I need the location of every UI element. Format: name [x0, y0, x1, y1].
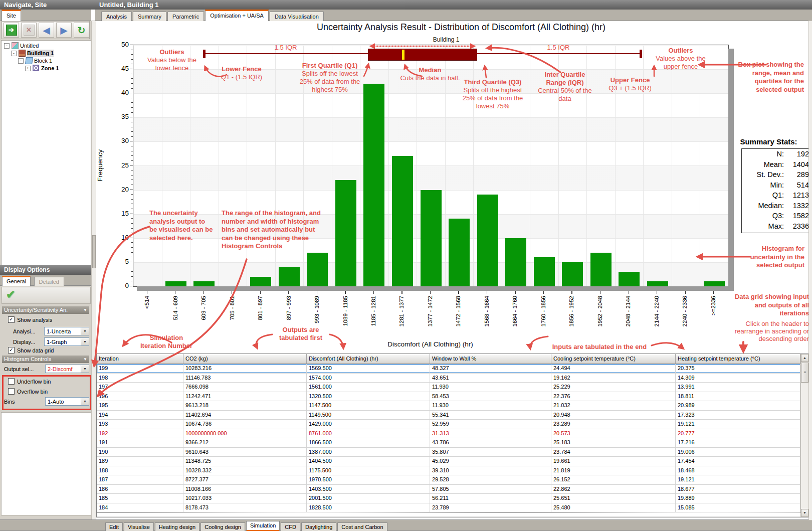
x-axis-ticks [133, 291, 728, 294]
tab-summary[interactable]: Summary [133, 12, 166, 21]
tree-item-zone-1[interactable]: Zone 1 [41, 65, 59, 72]
refresh-icon: ↻ [78, 25, 86, 36]
grid-scrollbar[interactable]: ▲≡▼ [800, 354, 808, 517]
grid-row-188[interactable]: 18810328.3321175.50039.31021.81918.468 [97, 466, 808, 476]
show-data-grid-checkbox[interactable]: ✓ [8, 347, 15, 353]
histogram-controls-highlight [2, 375, 91, 410]
grid-cell: 190 [97, 448, 183, 457]
x-tick-text: 1472 - 1568 [456, 296, 462, 326]
grid-header-5[interactable]: Heating setpoint temperature (°C) [676, 354, 800, 364]
tab-analysis[interactable]: Analysis [101, 12, 132, 21]
scroll-up-button[interactable]: ▲ [801, 354, 808, 362]
grid-row-187[interactable]: 1878727.3771970.50029.52826.15219.121 [97, 475, 808, 485]
grid-row-193[interactable]: 19310674.7361429.00052.95923.28919.121 [97, 420, 808, 429]
bottom-tab-daylighting[interactable]: Daylighting [301, 522, 336, 531]
bottom-tab-simulation[interactable]: Simulation [246, 521, 280, 531]
back-button[interactable]: ◀ [39, 23, 54, 38]
tree-expander[interactable]: - [11, 51, 17, 56]
section-uncertainty-sensitivity[interactable]: Uncertanity/Sensitivity An.▼ [2, 306, 89, 314]
summary-stat-label: Mean: [742, 159, 784, 170]
section-histogram-controls[interactable]: Histogram Controls▼ [2, 356, 89, 363]
forward-button[interactable]: ▶ [56, 23, 72, 38]
summary-stat-row: Q1:1213 [742, 190, 811, 201]
main-scrollbar[interactable] [808, 21, 812, 520]
apply-check-icon[interactable]: ✔ [6, 288, 15, 301]
grid-row-185[interactable]: 18510217.0332001.50056.21125.65119.889 [97, 494, 808, 503]
panel-scrollbar-thumb[interactable] [92, 235, 96, 268]
grid-row-191[interactable]: 1919366.2121866.50043.78625.18317.216 [97, 438, 808, 448]
scroll-down-button[interactable]: ▼ [801, 509, 808, 517]
bottom-tab-cooling-design[interactable]: Cooling design [200, 522, 245, 531]
note-outputs-first: Outputs are tabulated first [279, 326, 322, 342]
grid-cell: 26.152 [551, 475, 676, 484]
grid-header-3[interactable]: Window to Wall % [430, 354, 551, 364]
panel-scrollbar[interactable] [91, 21, 96, 520]
grid-cell: 193 [97, 420, 183, 429]
dropdown-arrow-icon[interactable]: ▼ [81, 327, 89, 335]
histogram-bar [421, 190, 442, 286]
annotation-iqr-right: 1.5 IQR [547, 44, 570, 52]
tab-site[interactable]: Site [2, 10, 21, 21]
grid-row-189[interactable]: 18911348.7251404.50045.02919.66117.454 [97, 457, 808, 466]
grid-cell: 11.930 [430, 383, 551, 392]
navigate-tabstrip: Site [0, 10, 91, 21]
tree-item-untitled[interactable]: Untitled [20, 42, 39, 49]
tree-expander[interactable]: - [4, 43, 10, 49]
grid-cell: 23.289 [551, 420, 676, 429]
histogram-bar [590, 253, 612, 286]
summary-stat-value: 289 [784, 169, 811, 180]
tree-item-building-1[interactable]: Building 1 [27, 50, 54, 57]
histogram-bar [619, 272, 640, 286]
tab-detailed[interactable]: Detailed [34, 277, 64, 286]
output-select-dropdown[interactable]: 2-Discomf▼ [45, 365, 89, 373]
grid-row-190[interactable]: 1909610.6431387.00035.80723.78419.006 [97, 448, 808, 457]
summary-stat-label: St. Dev.: [742, 169, 784, 180]
x-tick-text: 2048 - 2144 [626, 296, 632, 326]
grid-row-199[interactable]: 19910283.2161569.50048.32724.49420.375 [97, 364, 808, 374]
bottom-tab-edit[interactable]: Edit [105, 522, 123, 531]
grid-row-192[interactable]: 1921000000000.0008761.00031.31320.57320.… [97, 429, 808, 439]
grid-row-196[interactable]: 19611242.4711320.50058.45322.37618.811 [97, 392, 808, 402]
analysis-type-dropdown[interactable]: 1-Uncerta▼ [44, 327, 89, 335]
tree-expander[interactable]: - [18, 58, 24, 64]
grid-cell: 11402.694 [183, 411, 307, 420]
tree-expander[interactable]: + [25, 66, 31, 71]
tab-data-visualisation[interactable]: Data Visualisation [270, 12, 324, 21]
show-analysis-checkbox[interactable]: ✓ [8, 316, 15, 323]
grid-cell: 10328.332 [183, 466, 307, 475]
tab-parametric[interactable]: Parametric [167, 12, 204, 21]
x-tick-text: 1185 - 1281 [370, 296, 376, 326]
grid-row-186[interactable]: 18611008.1661403.50057.80522.86218.677 [97, 485, 808, 494]
grid-cell: 1561.000 [307, 383, 430, 392]
grid-header-4[interactable]: Cooling setpoint temperature (°C) [551, 354, 676, 364]
summary-stat-value: 1213 [784, 190, 811, 201]
refresh-button[interactable]: ↻ [74, 23, 89, 38]
plot-shadow-bottom [137, 286, 734, 291]
histogram-bar [477, 195, 498, 286]
grid-cell: 25.183 [551, 438, 676, 447]
data-grid: IterationCO2 (kg)Discomfort (All Clothin… [96, 353, 809, 517]
bottom-tab-visualise[interactable]: Visualise [124, 522, 154, 531]
histogram-bar [647, 281, 668, 286]
tab-optimisation-ua-sa[interactable]: Optimisation + UA/SA [205, 10, 269, 21]
grid-header-1[interactable]: CO2 (kg) [183, 354, 307, 364]
tree-item-block-1[interactable]: Block 1 [34, 57, 52, 64]
grid-row-195[interactable]: 1959613.2181147.50011.93021.03220.989 [97, 401, 808, 411]
grid-row-184[interactable]: 1848178.4731828.50023.78925.48015.085 [97, 503, 808, 513]
grid-header-2[interactable]: Discomfort (All Clothing) (hr) [307, 354, 430, 364]
grid-row-198[interactable]: 19811146.7831574.00043.65119.16214.309 [97, 374, 808, 383]
grid-row-197[interactable]: 1977666.0981561.00011.93025.22913.991 [97, 383, 808, 392]
grid-scrollbar-thumb[interactable]: ≡ [801, 363, 808, 383]
display-mode-dropdown[interactable]: 1-Graph▼ [44, 337, 89, 346]
clear-data-button[interactable]: ✕ [21, 23, 37, 38]
dropdown-arrow-icon[interactable]: ▼ [81, 338, 89, 345]
bottom-tab-heating-design[interactable]: Heating design [155, 522, 199, 531]
dropdown-arrow-icon[interactable]: ▼ [81, 365, 89, 373]
grid-row-194[interactable]: 19411402.6941149.50055.34120.94817.323 [97, 411, 808, 420]
grid-header-0[interactable]: Iteration [97, 354, 183, 364]
bottom-tab-cost-and-carbon[interactable]: Cost and Carbon [337, 522, 387, 531]
bottom-tab-cfd[interactable]: CFD [281, 522, 300, 531]
tab-general[interactable]: General [2, 276, 31, 286]
summary-stat-label: N: [742, 149, 784, 159]
go-button[interactable]: ➔ [4, 23, 19, 38]
